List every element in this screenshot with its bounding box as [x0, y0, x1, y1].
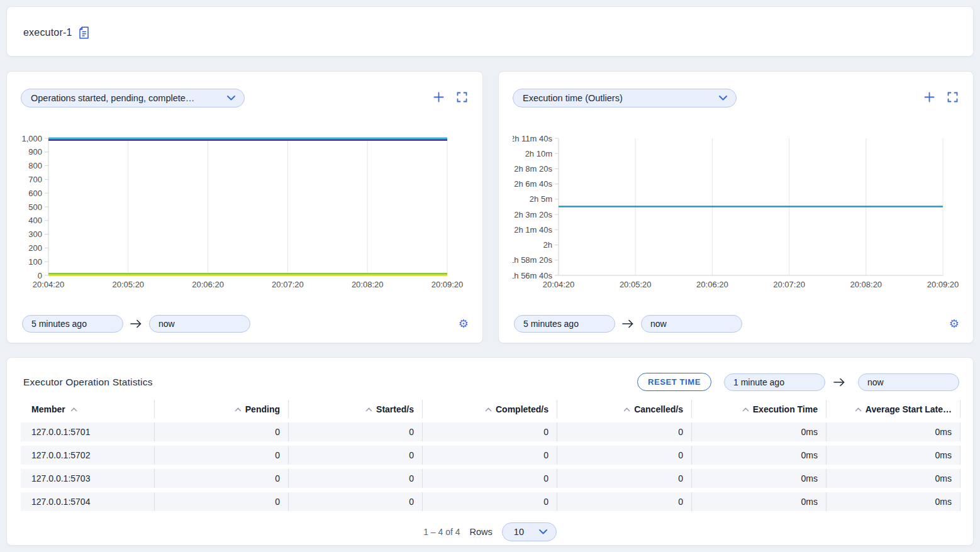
metric-selector[interactable]: Operations started, pending, complete…: [21, 89, 245, 108]
svg-text:20:04:20: 20:04:20: [543, 280, 575, 289]
sort-chevron-icon: [742, 404, 749, 414]
cancelled-cell: 0: [557, 422, 692, 441]
svg-text:0: 0: [38, 271, 42, 280]
completed-cell: 0: [423, 469, 557, 488]
time-from-input[interactable]: 5 minutes ago: [22, 315, 123, 333]
time-to-value: now: [650, 319, 667, 329]
metric-selector-label: Execution time (Outliers): [523, 93, 623, 103]
column-header-started[interactable]: Started/s: [289, 400, 423, 418]
sort-chevron-icon: [70, 404, 77, 414]
completed-cell: 0: [423, 446, 557, 465]
chevron-down-icon: [538, 527, 548, 537]
settings-gear-icon[interactable]: ⚙: [459, 318, 469, 329]
table-row: 127.0.0.1:5703 0 0 0 0 0ms 0ms: [21, 469, 961, 488]
column-header-member[interactable]: Member: [21, 400, 155, 418]
time-to-input[interactable]: now: [149, 315, 250, 333]
fullscreen-icon[interactable]: [457, 92, 467, 102]
execution-time-chart: 1h 56m 40s1h 58m 20s2h2h 1m 40s2h 3m 20s…: [513, 133, 961, 292]
svg-text:2h 3m 20s: 2h 3m 20s: [514, 210, 552, 219]
stats-time-to-value: now: [867, 377, 884, 387]
pending-cell: 0: [155, 446, 289, 465]
sort-chevron-icon: [235, 404, 242, 414]
chevron-down-icon: [718, 93, 728, 103]
svg-text:20:05:20: 20:05:20: [620, 280, 652, 289]
time-from-input[interactable]: 5 minutes ago: [514, 315, 615, 333]
arrow-right-icon: [622, 319, 634, 328]
stats-title: Executor Operation Statistics: [23, 377, 153, 388]
table-row: 127.0.0.1:5701 0 0 0 0 0ms 0ms: [21, 422, 961, 441]
sort-chevron-icon: [485, 404, 492, 414]
executor-statistics-table: Member Pending Started/s Completed/s Can…: [21, 395, 961, 516]
svg-text:2h 10m: 2h 10m: [525, 149, 552, 158]
member-cell: 127.0.0.1:5702: [21, 446, 155, 465]
svg-text:20:09:20: 20:09:20: [927, 280, 959, 289]
stats-time-from-input[interactable]: 1 minute ago: [724, 373, 825, 391]
metric-selector[interactable]: Execution time (Outliers): [513, 89, 737, 108]
sort-chevron-icon: [365, 404, 372, 414]
svg-text:2h: 2h: [543, 240, 552, 250]
pagination-range: 1 – 4 of 4: [423, 527, 460, 537]
executor-statistics-panel: Executor Operation Statistics RESET TIME…: [6, 357, 974, 546]
arrow-right-icon: [833, 378, 845, 387]
svg-text:100: 100: [28, 257, 42, 267]
svg-text:20:07:20: 20:07:20: [272, 280, 304, 289]
started-cell: 0: [289, 469, 423, 488]
started-cell: 0: [289, 446, 423, 465]
svg-text:20:07:20: 20:07:20: [773, 280, 805, 289]
add-chart-icon[interactable]: [923, 91, 935, 103]
completed-cell: 0: [423, 422, 557, 441]
svg-text:1h 56m 40s: 1h 56m 40s: [513, 271, 552, 280]
reset-time-button[interactable]: RESET TIME: [637, 373, 711, 391]
fullscreen-icon[interactable]: [947, 92, 958, 102]
time-to-input[interactable]: now: [641, 315, 742, 333]
svg-text:20:06:20: 20:06:20: [696, 280, 728, 289]
add-chart-icon[interactable]: [433, 91, 445, 103]
execution-time-cell: 0ms: [692, 492, 827, 511]
pending-cell: 0: [155, 422, 289, 441]
svg-text:600: 600: [28, 189, 42, 198]
stats-time-to-input[interactable]: now: [858, 373, 959, 391]
svg-text:20:04:20: 20:04:20: [33, 280, 65, 289]
svg-text:300: 300: [28, 229, 42, 239]
column-header-cancelled[interactable]: Cancelled/s: [557, 400, 692, 418]
svg-text:800: 800: [28, 161, 42, 170]
operations-chart: 01002003004005006007008009001,00020:04:2…: [21, 133, 470, 292]
completed-cell: 0: [423, 492, 557, 511]
svg-text:2h 6m 40s: 2h 6m 40s: [514, 179, 552, 189]
svg-text:1h 58m 20s: 1h 58m 20s: [513, 255, 552, 265]
member-cell: 127.0.0.1:5704: [21, 492, 155, 511]
column-header-pending[interactable]: Pending: [155, 400, 289, 418]
rows-per-page-select[interactable]: 10: [502, 522, 557, 541]
pending-cell: 0: [155, 492, 289, 511]
member-cell: 127.0.0.1:5703: [21, 469, 155, 488]
avg-start-latency-cell: 0ms: [827, 469, 961, 488]
svg-text:20:08:20: 20:08:20: [850, 280, 882, 289]
svg-text:2h 5m: 2h 5m: [530, 194, 552, 204]
cancelled-cell: 0: [557, 492, 692, 511]
column-header-avg-start-latency[interactable]: Average Start Late…: [827, 400, 961, 418]
sort-chevron-icon: [623, 404, 630, 414]
svg-text:200: 200: [28, 243, 42, 253]
svg-text:700: 700: [28, 175, 42, 184]
time-to-value: now: [159, 319, 175, 329]
avg-start-latency-cell: 0ms: [827, 492, 961, 511]
time-from-value: 5 minutes ago: [523, 319, 579, 329]
document-icon[interactable]: [79, 26, 89, 39]
metric-selector-label: Operations started, pending, complete…: [31, 93, 194, 103]
page-title: executor-1: [23, 27, 72, 38]
stats-time-from-value: 1 minute ago: [733, 377, 784, 387]
table-row: 127.0.0.1:5702 0 0 0 0 0ms 0ms: [21, 446, 961, 465]
started-cell: 0: [289, 492, 423, 511]
settings-gear-icon[interactable]: ⚙: [949, 318, 959, 329]
svg-text:2h 8m 20s: 2h 8m 20s: [514, 164, 552, 174]
arrow-right-icon: [130, 319, 142, 328]
table-header-row: Member Pending Started/s Completed/s Can…: [21, 400, 961, 418]
pending-cell: 0: [155, 469, 289, 488]
execution-time-cell: 0ms: [692, 469, 827, 488]
table-row: 127.0.0.1:5704 0 0 0 0 0ms 0ms: [21, 492, 961, 511]
column-header-completed[interactable]: Completed/s: [423, 400, 557, 418]
dashboard-page: executor-1 Operations started, pending, …: [0, 0, 980, 552]
svg-text:2h 11m 40s: 2h 11m 40s: [513, 134, 552, 143]
column-header-execution-time[interactable]: Execution Time: [692, 400, 827, 418]
sort-chevron-icon: [855, 404, 862, 414]
